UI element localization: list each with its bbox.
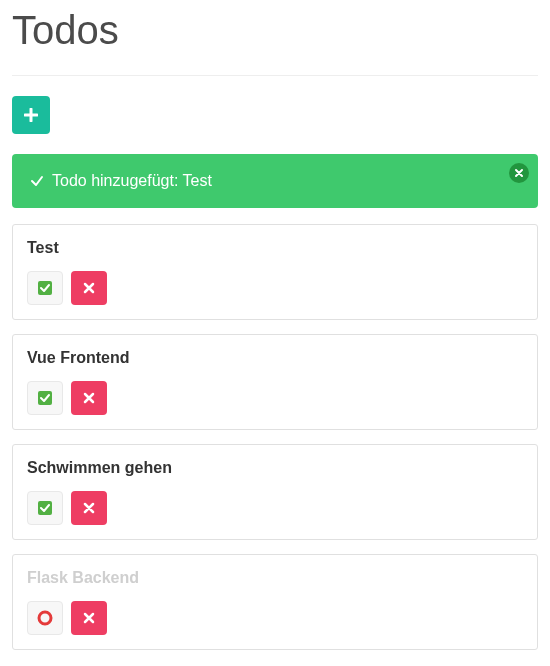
- todos-list: TestVue FrontendSchwimmen gehenFlask Bac…: [12, 224, 538, 650]
- times-icon: [83, 282, 95, 294]
- delete-todo-button[interactable]: [71, 491, 107, 525]
- toggle-complete-button[interactable]: [27, 491, 63, 525]
- plus-icon: [24, 108, 38, 122]
- delete-todo-button[interactable]: [71, 271, 107, 305]
- todo-title: Test: [27, 239, 523, 257]
- todo-card: Vue Frontend: [12, 334, 538, 430]
- svg-point-3: [39, 612, 51, 624]
- success-alert: Todo hinzugefügt: Test: [12, 154, 538, 208]
- divider: [12, 75, 538, 76]
- delete-todo-button[interactable]: [71, 381, 107, 415]
- todo-actions: [27, 381, 523, 415]
- delete-todo-button[interactable]: [71, 601, 107, 635]
- close-icon: [514, 168, 524, 178]
- circle-icon: [37, 610, 53, 626]
- todo-actions: [27, 491, 523, 525]
- todo-actions: [27, 271, 523, 305]
- times-icon: [83, 612, 95, 624]
- todo-title: Vue Frontend: [27, 349, 523, 367]
- add-todo-button[interactable]: [12, 96, 50, 134]
- todo-card: Schwimmen gehen: [12, 444, 538, 540]
- check-square-icon: [37, 280, 53, 296]
- times-icon: [83, 502, 95, 514]
- page-title: Todos: [12, 8, 538, 53]
- toggle-complete-button[interactable]: [27, 601, 63, 635]
- check-square-icon: [37, 500, 53, 516]
- todo-actions: [27, 601, 523, 635]
- todo-title: Schwimmen gehen: [27, 459, 523, 477]
- todo-card: Test: [12, 224, 538, 320]
- alert-message: Todo hinzugefügt: Test: [52, 172, 212, 190]
- alert-close-button[interactable]: [509, 163, 529, 183]
- todo-card: Flask Backend: [12, 554, 538, 650]
- toggle-complete-button[interactable]: [27, 271, 63, 305]
- times-icon: [83, 392, 95, 404]
- check-square-icon: [37, 390, 53, 406]
- toggle-complete-button[interactable]: [27, 381, 63, 415]
- check-icon: [30, 174, 44, 188]
- todo-title: Flask Backend: [27, 569, 523, 587]
